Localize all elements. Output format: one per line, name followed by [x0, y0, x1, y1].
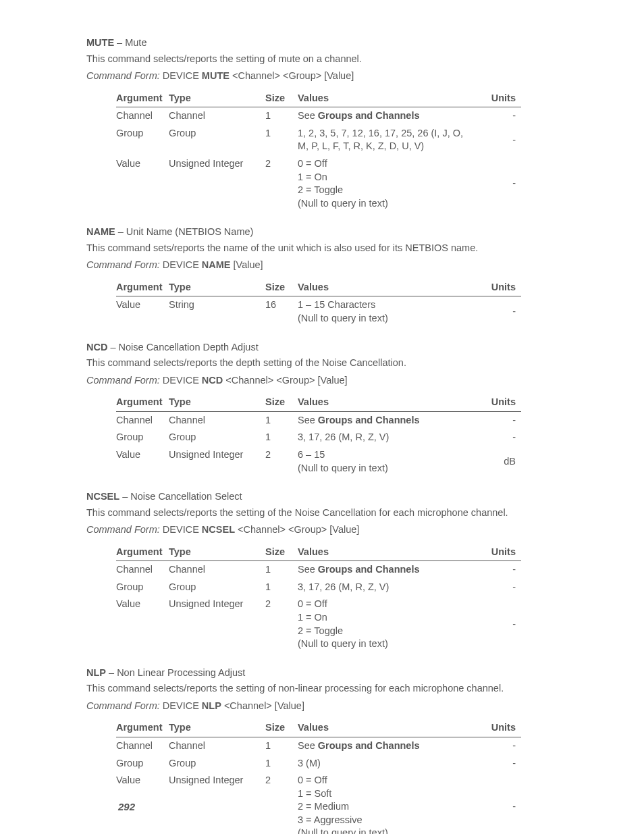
table-row: ChannelChannel1See Groups and Channels-: [116, 737, 521, 754]
command-form-cmd: NCSEL: [202, 524, 235, 535]
cell-type: Channel: [169, 561, 265, 579]
value-line: 6 – 15: [298, 448, 477, 462]
cell-argument: Value: [116, 446, 169, 477]
cell-units: -: [482, 429, 521, 446]
command-title: MUTE – Mute: [86, 36, 558, 50]
column-header-values: Values: [298, 90, 482, 107]
cell-size: 1: [265, 561, 298, 579]
value-line: 0 = Off: [298, 774, 477, 787]
command-form-label: Command Form:: [86, 70, 160, 81]
see-link: Groups and Channels: [318, 415, 420, 425]
command-form-args: <Channel> <Group> [Value]: [225, 375, 347, 386]
command-form-cmd: MUTE: [202, 70, 230, 81]
see-prefix: See: [298, 415, 318, 425]
column-header-size: Size: [265, 90, 298, 107]
cell-size: 1: [265, 107, 298, 125]
command-title: NCSEL – Noise Cancellation Select: [86, 490, 558, 504]
cell-units: -: [482, 755, 521, 773]
title-separator: –: [114, 37, 125, 48]
cell-type: Unsigned Integer: [169, 446, 265, 477]
cell-argument: Channel: [116, 411, 169, 429]
cell-type: Group: [169, 755, 265, 773]
arguments-table: ArgumentTypeSizeValuesUnitsChannelChanne…: [116, 394, 521, 477]
cell-values: See Groups and Channels: [298, 737, 482, 754]
command-name: Mute: [125, 37, 146, 48]
command-name: Noise Cancellation Select: [130, 491, 242, 502]
cell-type: String: [169, 296, 265, 328]
command-section: NAME – Unit Name (NETBIOS Name)This comm…: [86, 226, 558, 327]
title-separator: –: [119, 491, 130, 502]
see-link: Groups and Channels: [318, 740, 420, 751]
cell-argument: Value: [116, 296, 169, 328]
column-header-argument: Argument: [116, 279, 169, 296]
column-header-argument: Argument: [116, 394, 169, 411]
column-header-type: Type: [169, 394, 265, 411]
arguments-table: ArgumentTypeSizeValuesUnitsChannelChanne…: [116, 544, 521, 653]
cell-argument: Value: [116, 155, 169, 212]
title-separator: –: [106, 667, 117, 678]
cell-values: 3, 17, 26 (M, R, Z, V): [298, 579, 482, 596]
cell-size: 1: [265, 737, 298, 754]
column-header-units: Units: [482, 544, 521, 561]
table-row: ValueUnsigned Integer20 = Off1 = On2 = T…: [116, 596, 521, 652]
cell-type: Channel: [169, 737, 265, 754]
cell-argument: Channel: [116, 107, 169, 125]
command-keyword: NCSEL: [86, 491, 119, 502]
cell-values: 3 (M): [298, 755, 482, 773]
column-header-values: Values: [298, 719, 482, 737]
value-line: (Null to query in text): [298, 462, 477, 475]
command-form-label: Command Form:: [86, 375, 160, 386]
command-form-args: <Channel> <Group> [Value]: [238, 524, 359, 535]
cell-type: Unsigned Integer: [169, 772, 265, 834]
page-number: 292: [118, 800, 135, 814]
cell-units: -: [482, 579, 521, 596]
cell-values: 0 = Off1 = Soft2 = Medium3 = Aggressive(…: [298, 772, 482, 834]
cell-argument: Group: [116, 579, 169, 596]
command-form: Command Form: DEVICE NAME [Value]: [86, 259, 558, 272]
table-row: ChannelChannel1See Groups and Channels-: [116, 411, 521, 429]
column-header-type: Type: [169, 279, 265, 296]
arguments-table: ArgumentTypeSizeValuesUnitsValueString16…: [116, 279, 521, 328]
cell-type: Unsigned Integer: [169, 155, 265, 212]
command-form-device: DEVICE: [163, 70, 199, 81]
command-description: This command selects/reports the depth s…: [86, 357, 558, 370]
command-keyword: NLP: [86, 667, 106, 678]
value-line: 1 – 15 Characters: [298, 298, 477, 312]
command-title: NCD – Noise Cancellation Depth Adjust: [86, 341, 558, 355]
command-name: Non Linear Processing Adjust: [117, 667, 245, 678]
cell-values: See Groups and Channels: [298, 561, 482, 579]
command-description: This command sets/reports the name of th…: [86, 242, 558, 255]
value-line: See Groups and Channels: [298, 109, 477, 123]
table-row: ValueUnsigned Integer20 = Off1 = On2 = T…: [116, 155, 521, 212]
cell-values: 0 = Off1 = On2 = Toggle(Null to query in…: [298, 155, 482, 212]
command-title: NAME – Unit Name (NETBIOS Name): [86, 226, 558, 239]
arguments-table: ArgumentTypeSizeValuesUnitsChannelChanne…: [116, 90, 521, 213]
command-description: This command selects/reports the setting…: [86, 506, 558, 520]
cell-units: -: [482, 411, 521, 429]
value-line: 2 = Toggle: [298, 184, 477, 197]
cell-values: 3, 17, 26 (M, R, Z, V): [298, 429, 482, 446]
value-line: 1 = On: [298, 611, 477, 625]
command-form-cmd: NCD: [202, 375, 223, 386]
cell-argument: Value: [116, 596, 169, 652]
value-line: 1 = On: [298, 171, 477, 184]
value-line: See Groups and Channels: [298, 414, 477, 427]
cell-units: -: [482, 107, 521, 125]
command-form: Command Form: DEVICE NCSEL <Channel> <Gr…: [86, 523, 558, 537]
cell-values: See Groups and Channels: [298, 107, 482, 125]
command-section: NLP – Non Linear Processing AdjustThis c…: [86, 667, 558, 834]
cell-argument: Group: [116, 125, 169, 155]
command-form-label: Command Form:: [86, 524, 160, 535]
column-header-argument: Argument: [116, 544, 169, 561]
value-line: See Groups and Channels: [298, 739, 477, 753]
cell-values: 1, 2, 3, 5, 7, 12, 16, 17, 25, 26 (I, J,…: [298, 125, 482, 155]
cell-argument: Channel: [116, 561, 169, 579]
cell-size: 2: [265, 596, 298, 652]
cell-size: 2: [265, 772, 298, 834]
table-row: GroupGroup13, 17, 26 (M, R, Z, V)-: [116, 429, 521, 446]
command-form-device: DEVICE: [163, 375, 199, 386]
cell-size: 1: [265, 579, 298, 596]
cell-size: 2: [265, 446, 298, 477]
column-header-type: Type: [169, 544, 265, 561]
command-title: NLP – Non Linear Processing Adjust: [86, 667, 558, 680]
